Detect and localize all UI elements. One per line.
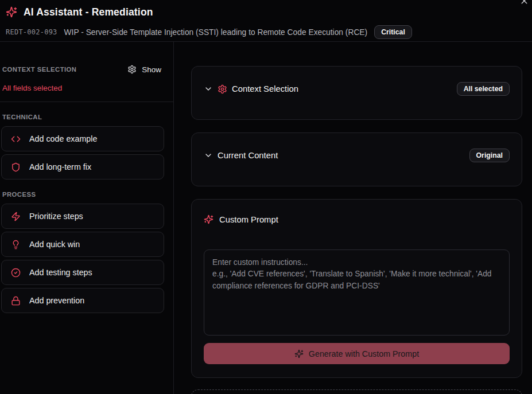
sidebar-item-label: Add testing steps: [29, 268, 92, 277]
custom-prompt-header: Custom Prompt: [204, 214, 510, 224]
add-long-term-fix-button[interactable]: Add long-term fix: [1, 154, 164, 180]
sidebar-group-technical: TECHNICAL: [2, 114, 173, 120]
sidebar-item-label: Add code example: [29, 134, 97, 143]
check-circle-icon: [11, 268, 21, 278]
sidebar-item-label: Prioritize steps: [29, 212, 83, 221]
sidebar-item-label: Add long-term fix: [29, 162, 91, 171]
ai-assistant-remediation-dialog: AI Assistant - Remediation REDT-002-093 …: [0, 0, 532, 394]
code-icon: [11, 134, 21, 144]
sparkles-icon: [6, 6, 17, 18]
show-context-button[interactable]: Show: [127, 65, 161, 74]
all-selected-badge: All selected: [457, 82, 510, 96]
fields-selected-status: All fields selected: [2, 84, 171, 92]
severity-badge: Critical: [374, 25, 412, 39]
sidebar-section-title: CONTEXT SELECTION: [2, 66, 76, 73]
finding-title: WIP - Server-Side Template Injection (SS…: [64, 28, 368, 37]
generate-button-label: Generate with Custom Prompt: [309, 349, 419, 358]
close-button[interactable]: [518, 0, 530, 7]
dialog-body: CONTEXT SELECTION Show All fields select…: [0, 42, 532, 394]
dialog-title-row: AI Assistant - Remediation: [6, 4, 525, 20]
panel-title: Context Selection: [232, 84, 298, 93]
context-selection-panel-header[interactable]: Context Selection All selected: [191, 66, 522, 120]
sidebar-group-process: PROCESS: [2, 191, 173, 198]
sidebar-header: CONTEXT SELECTION Show: [0, 65, 173, 74]
panel-title: Current Content: [218, 151, 278, 160]
zap-icon: [11, 212, 21, 221]
finding-summary-row: REDT-002-093 WIP - Server-Side Template …: [6, 25, 525, 39]
finding-id: REDT-002-093: [6, 28, 57, 36]
panel-title: Custom Prompt: [219, 215, 278, 224]
lock-icon: [11, 296, 21, 306]
sidebar-divider: [0, 102, 173, 102]
sidebar-item-label: Add prevention: [29, 296, 84, 305]
add-quick-win-button[interactable]: Add quick win: [1, 232, 164, 257]
sparkles-icon: [294, 349, 304, 358]
next-section-placeholder: [191, 389, 522, 394]
custom-prompt-input[interactable]: [204, 249, 510, 336]
dialog-header: AI Assistant - Remediation REDT-002-093 …: [0, 0, 532, 42]
main-content: Context Selection All selected Current C…: [174, 42, 532, 394]
context-selection-sidebar: CONTEXT SELECTION Show All fields select…: [0, 42, 174, 394]
dialog-title: AI Assistant - Remediation: [24, 6, 153, 18]
original-badge: Original: [469, 149, 510, 162]
prioritize-steps-button[interactable]: Prioritize steps: [1, 204, 164, 229]
sparkles-icon: [204, 214, 213, 224]
gear-icon: [127, 65, 137, 74]
add-code-example-button[interactable]: Add code example: [1, 126, 164, 151]
shield-icon: [11, 162, 21, 172]
show-button-label: Show: [142, 65, 161, 74]
add-prevention-button[interactable]: Add prevention: [1, 288, 164, 313]
generate-with-custom-prompt-button[interactable]: Generate with Custom Prompt: [204, 343, 510, 364]
close-icon: [519, 0, 529, 6]
chevron-down-icon: [204, 151, 213, 160]
add-testing-steps-button[interactable]: Add testing steps: [1, 260, 164, 285]
sidebar-item-label: Add quick win: [29, 240, 80, 249]
chevron-down-icon: [204, 84, 213, 93]
gear-icon: [218, 84, 227, 94]
custom-prompt-panel: Custom Prompt Generate with Custom Promp…: [191, 199, 522, 378]
lightbulb-icon: [11, 240, 21, 249]
current-content-panel-header[interactable]: Current Content Original: [191, 132, 522, 186]
